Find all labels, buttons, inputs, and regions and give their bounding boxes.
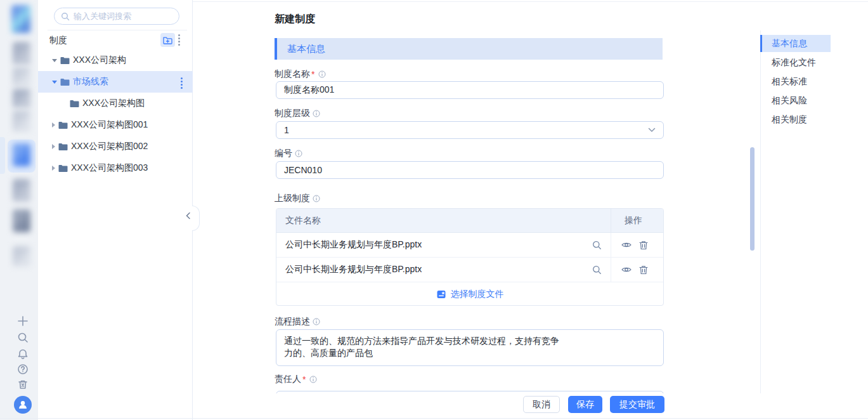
caret-icon[interactable] [52, 144, 55, 149]
info-icon[interactable] [313, 318, 320, 325]
submit-approval-button[interactable]: 提交审批 [610, 396, 664, 413]
search-icon[interactable] [592, 240, 602, 250]
blurred-app-icon-active[interactable] [13, 143, 30, 166]
bottom-divider [0, 418, 868, 419]
blurred-app-icon[interactable] [13, 179, 30, 202]
sidebar-collapse-tab[interactable] [192, 206, 200, 231]
node-more-icon[interactable] [181, 77, 183, 89]
tree-node[interactable]: XXX公司架构图 [38, 93, 193, 114]
trash-icon[interactable] [16, 378, 29, 391]
tree-node-label: XXX公司架构图002 [71, 141, 148, 152]
preview-eye-icon[interactable] [621, 265, 632, 274]
folder-icon [60, 56, 70, 65]
info-icon[interactable] [313, 110, 320, 117]
avatar[interactable] [14, 396, 32, 414]
folder-icon [70, 100, 79, 108]
add-folder-button[interactable] [160, 33, 175, 47]
scrollbar-thumb[interactable] [750, 147, 755, 251]
delete-trash-icon[interactable] [639, 240, 648, 250]
help-icon[interactable] [16, 363, 29, 376]
plus-icon[interactable] [16, 315, 29, 327]
blurred-app-icon[interactable] [13, 246, 30, 266]
folder-icon [60, 78, 70, 86]
table-body: 公司中长期业务规划与年度BP.pptx 公司中长期业务规划与年度BP.pptx [276, 233, 663, 282]
caret-icon[interactable] [52, 81, 57, 84]
field-label-name: 制度名称* [275, 69, 326, 79]
search-icon[interactable] [592, 265, 602, 275]
field-label-code: 编号 [275, 148, 302, 159]
folder-icon [58, 164, 68, 173]
description-textarea[interactable]: 通过一致的、规范的方法来指导产品开发与技术研发过程，支持有竞争 力的、高质量的产… [276, 329, 664, 366]
delete-trash-icon[interactable] [639, 265, 648, 275]
blurred-app-icon[interactable] [13, 67, 30, 86]
column-header-actions: 操作 [611, 209, 663, 232]
app-window: 制度 XXX公司架构 [0, 0, 868, 420]
caret-icon[interactable] [52, 166, 55, 171]
folder-icon [58, 143, 68, 151]
blurred-app-icon[interactable] [13, 42, 30, 65]
file-name-cell: 公司中长期业务规划与年度BP.pptx [276, 233, 611, 257]
blurred-app-icon[interactable] [13, 209, 30, 232]
tree-node[interactable]: XXX公司架构 [38, 49, 193, 71]
info-icon[interactable] [318, 70, 326, 78]
preview-eye-icon[interactable] [621, 240, 632, 249]
tree-node-label: 市场线索 [73, 76, 108, 88]
sidebar-search[interactable] [54, 8, 179, 25]
name-input[interactable] [276, 81, 664, 99]
parent-files-table: 文件名称 操作 公司中长期业务规划与年度BP.pptx [276, 208, 664, 306]
page-title: 新建制度 [275, 13, 315, 26]
search-input[interactable] [74, 11, 172, 21]
chevron-down-icon [648, 128, 656, 133]
cancel-button[interactable]: 取消 [523, 396, 560, 413]
save-button[interactable]: 保存 [568, 396, 602, 413]
tree-node[interactable]: XXX公司架构图003 [38, 157, 193, 179]
choose-file-button[interactable]: 选择制度文件 [276, 282, 663, 306]
code-input[interactable] [276, 161, 664, 179]
field-label-desc: 流程描述 [275, 317, 320, 327]
file-name-cell: 公司中长期业务规划与年度BP.pptx [276, 258, 611, 282]
info-icon[interactable] [295, 150, 302, 157]
公司中长期业务规划与年度BP.pptx: 公司中长期业务规划与年度BP.pptx [276, 258, 663, 282]
blurred-app-icon[interactable] [11, 5, 30, 33]
column-header-filename: 文件名称 [276, 215, 611, 226]
required-asterisk: * [302, 374, 306, 384]
search-icon[interactable] [16, 331, 29, 344]
blurred-app-icon[interactable] [13, 89, 30, 108]
anchor-nav-item[interactable]: 相关标准 [760, 73, 831, 90]
blurred-app-icon[interactable] [13, 110, 30, 132]
actions-cell [611, 233, 663, 257]
bell-icon[interactable] [16, 348, 29, 360]
info-icon[interactable] [309, 376, 317, 383]
table-header-row: 文件名称 操作 [276, 209, 663, 233]
field-label-parent: 上级制度 [275, 194, 320, 204]
sidebar: 制度 XXX公司架构 [38, 0, 193, 420]
field-label-level: 制度层级 [275, 108, 320, 119]
anchor-nav-item[interactable]: 基本信息 [760, 35, 831, 52]
file-book-icon [436, 289, 446, 299]
sidebar-section-title: 制度 [49, 35, 67, 46]
anchor-nav-item[interactable]: 相关风险 [760, 92, 831, 109]
level-select[interactable]: 1 [276, 121, 664, 139]
section-title: 基本信息 [287, 43, 325, 55]
more-menu-icon[interactable] [178, 34, 180, 46]
anchor-nav-item[interactable]: 相关制度 [760, 111, 831, 128]
folder-icon [58, 121, 68, 129]
file-name: 公司中长期业务规划与年度BP.pptx [285, 239, 422, 251]
info-icon[interactable] [313, 195, 320, 202]
actions-cell [611, 258, 663, 282]
field-label-owner: 责任人* [275, 374, 317, 384]
anchor-nav-item[interactable]: 标准化文件 [760, 54, 831, 71]
tree-node[interactable]: XXX公司架构图002 [38, 136, 193, 157]
tree-node-label: XXX公司架构图003 [71, 162, 148, 174]
tree-node[interactable]: 市场线索 [38, 71, 193, 93]
app-rail [0, 0, 38, 420]
caret-icon[interactable] [52, 59, 57, 62]
公司中长期业务规划与年度BP.pptx: 公司中长期业务规划与年度BP.pptx [276, 233, 663, 258]
file-name: 公司中长期业务规划与年度BP.pptx [285, 264, 422, 275]
sidebar-divider [48, 30, 187, 30]
section-header-basic-info: 基本信息 [275, 38, 663, 60]
tree-node-label: XXX公司架构图001 [71, 119, 148, 131]
caret-icon[interactable] [52, 122, 55, 128]
collapse-chevron-icon[interactable] [186, 212, 192, 225]
tree-node[interactable]: XXX公司架构图001 [38, 114, 193, 136]
